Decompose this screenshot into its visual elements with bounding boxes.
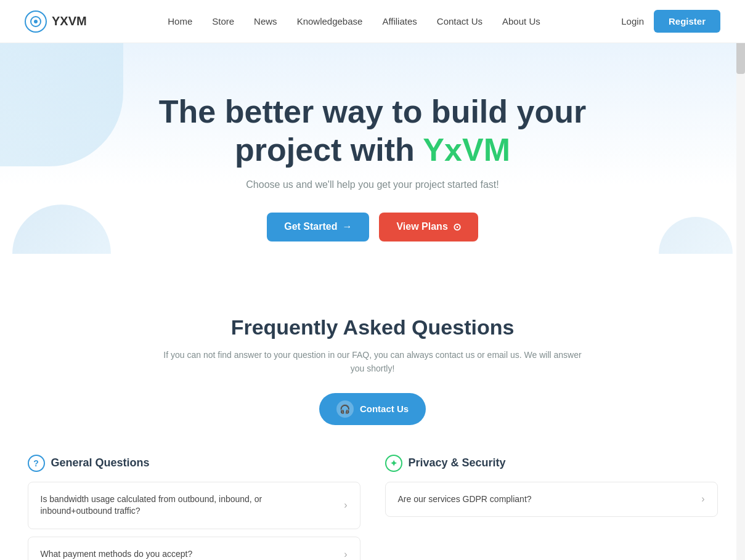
nav-item-store[interactable]: Store <box>212 16 234 26</box>
navbar: YXVM Home Store News Knowledgebase Affil… <box>0 0 745 43</box>
faq-column-privacy-title: Privacy & Security <box>409 457 506 469</box>
chevron-right-icon-2: › <box>344 549 347 560</box>
faq-item-payment-text: What payment methods do you accept? <box>41 548 344 560</box>
faq-item-payment[interactable]: What payment methods do you accept? › <box>28 537 360 560</box>
nav-links: Home Store News Knowledgebase Affiliates… <box>168 16 540 27</box>
logo-icon <box>25 10 47 33</box>
register-button[interactable]: Register <box>654 10 720 33</box>
faq-column-privacy-header: ✦ Privacy & Security <box>385 455 718 472</box>
chevron-right-icon: › <box>344 500 347 511</box>
scrollbar[interactable] <box>736 0 745 560</box>
faq-title: Frequently Asked Questions <box>25 315 720 339</box>
get-started-label: Get Started <box>284 221 337 232</box>
chevron-right-icon-3: › <box>701 493 704 505</box>
arrow-right-icon: → <box>342 221 352 232</box>
hero-headline-part2: project with <box>235 132 423 168</box>
faq-item-bandwidth-text: Is bandwidth usage calculated from outbo… <box>41 493 344 517</box>
faq-column-general-title: General Questions <box>51 457 150 469</box>
headset-icon: 🎧 <box>336 400 354 418</box>
hero-section: The better way to build your project wit… <box>0 43 745 278</box>
faq-item-bandwidth[interactable]: Is bandwidth usage calculated from outbo… <box>28 482 360 529</box>
site-logo[interactable]: YXVM <box>25 10 87 33</box>
login-button[interactable]: Login <box>621 16 644 26</box>
hero-brand-name: YxVM <box>423 132 510 168</box>
faq-column-general-header: ? General Questions <box>28 455 360 472</box>
hero-subtitle: Choose us and we'll help you get your pr… <box>25 179 720 190</box>
hero-blob-bottom-left <box>12 205 111 254</box>
faq-section: Frequently Asked Questions If you can no… <box>0 278 745 560</box>
view-plans-button[interactable]: View Plans ⊙ <box>379 213 478 241</box>
faq-column-general: ? General Questions Is bandwidth usage c… <box>28 455 360 560</box>
nav-item-contact-us[interactable]: Contact Us <box>437 16 482 26</box>
hero-headline-part1: The better way to build your <box>159 94 586 129</box>
question-icon: ? <box>28 455 45 472</box>
nav-item-affiliates[interactable]: Affiliates <box>382 16 417 26</box>
nav-actions: Login Register <box>621 10 720 33</box>
logo-text: YXVM <box>52 14 87 28</box>
nav-item-home[interactable]: Home <box>168 16 192 26</box>
hero-buttons: Get Started → View Plans ⊙ <box>25 213 720 241</box>
nav-item-news[interactable]: News <box>254 16 277 26</box>
faq-description: If you can not find answer to your quest… <box>157 348 588 376</box>
view-plans-label: View Plans <box>396 221 447 232</box>
hero-blob-left <box>0 43 123 166</box>
faq-contact-us-button[interactable]: 🎧 Contact Us <box>319 393 426 425</box>
faq-grid: ? General Questions Is bandwidth usage c… <box>28 455 718 560</box>
nav-item-about-us[interactable]: About Us <box>502 16 540 26</box>
faq-column-privacy: ✦ Privacy & Security Are our services GD… <box>385 455 718 560</box>
svg-point-2 <box>34 20 38 23</box>
nav-item-knowledgebase[interactable]: Knowledgebase <box>297 16 363 26</box>
faq-item-gdpr[interactable]: Are our services GDPR compliant? › <box>385 482 718 517</box>
hero-headline: The better way to build your project wit… <box>157 92 588 169</box>
get-started-button[interactable]: Get Started → <box>267 213 369 241</box>
faq-item-gdpr-text: Are our services GDPR compliant? <box>398 493 702 506</box>
contact-us-label: Contact Us <box>360 404 409 414</box>
target-icon: ⊙ <box>453 221 461 233</box>
shield-icon: ✦ <box>385 455 402 472</box>
